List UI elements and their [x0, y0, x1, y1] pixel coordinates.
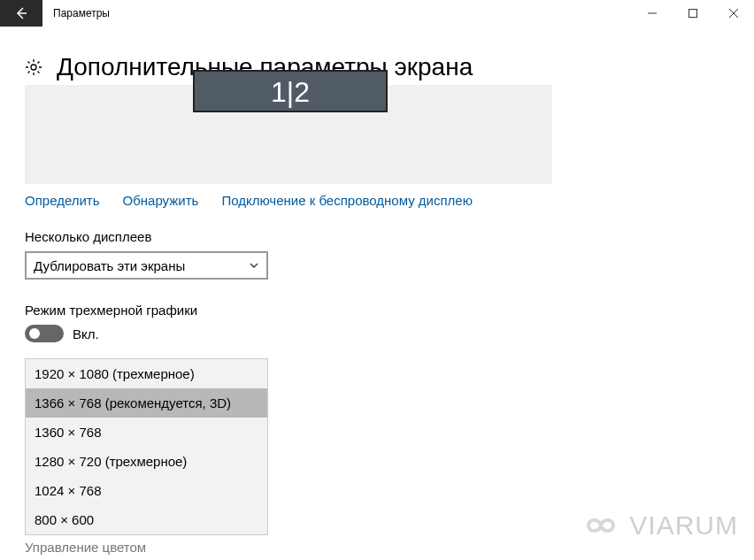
- toggle-knob: [29, 328, 40, 339]
- identify-link[interactable]: Определить: [25, 193, 100, 208]
- graphics-mode-toggle[interactable]: [25, 325, 64, 342]
- close-icon: [729, 9, 738, 18]
- resolution-option[interactable]: 1920 × 1080 (трехмерное): [26, 359, 267, 388]
- color-management-link[interactable]: Управление цветом: [25, 540, 146, 555]
- maximize-button[interactable]: [673, 0, 713, 27]
- infinity-icon: [578, 512, 624, 539]
- dropdown-value: Дублировать эти экраны: [34, 258, 185, 273]
- gear-icon: [25, 58, 42, 76]
- resolution-option[interactable]: 1280 × 720 (трехмерное): [26, 447, 267, 476]
- resolution-option[interactable]: 1024 × 768: [26, 476, 267, 505]
- back-button[interactable]: [0, 0, 42, 27]
- graphics-mode-toggle-row: Вкл.: [25, 325, 729, 342]
- resolution-option[interactable]: 800 × 600: [26, 505, 267, 534]
- toggle-state-label: Вкл.: [73, 326, 99, 341]
- resolution-option[interactable]: 1360 × 768: [26, 418, 267, 447]
- content-area: Дополнительные параметры экрана 1|2 Опре…: [0, 27, 754, 535]
- detect-link[interactable]: Обнаружить: [123, 193, 199, 208]
- chevron-down-icon: [249, 260, 259, 271]
- close-button[interactable]: [713, 0, 754, 27]
- resolution-option[interactable]: 1366 × 768 (рекомендуется, 3D): [26, 388, 267, 418]
- window-title: Параметры: [42, 7, 632, 19]
- wireless-display-link[interactable]: Подключение к беспроводному дисплею: [221, 193, 473, 208]
- maximize-icon: [689, 9, 697, 18]
- display-preview: 1|2: [25, 85, 552, 184]
- svg-rect-0: [689, 10, 697, 18]
- minimize-button[interactable]: [632, 0, 673, 27]
- watermark: VIARUM: [578, 510, 738, 541]
- multi-displays-label: Несколько дисплеев: [25, 229, 729, 244]
- svg-point-1: [31, 65, 36, 70]
- watermark-text: VIARUM: [629, 510, 738, 541]
- monitor-thumbnail[interactable]: 1|2: [193, 70, 388, 112]
- titlebar: Параметры: [0, 0, 754, 27]
- window-controls: [632, 0, 754, 27]
- multi-displays-dropdown[interactable]: Дублировать эти экраны: [25, 251, 268, 280]
- display-actions: Определить Обнаружить Подключение к бесп…: [25, 193, 729, 208]
- resolution-list[interactable]: 1920 × 1080 (трехмерное)1366 × 768 (реко…: [25, 358, 268, 535]
- minimize-icon: [648, 9, 657, 18]
- graphics-mode-label: Режим трехмерной графики: [25, 303, 729, 318]
- arrow-left-icon: [14, 6, 28, 20]
